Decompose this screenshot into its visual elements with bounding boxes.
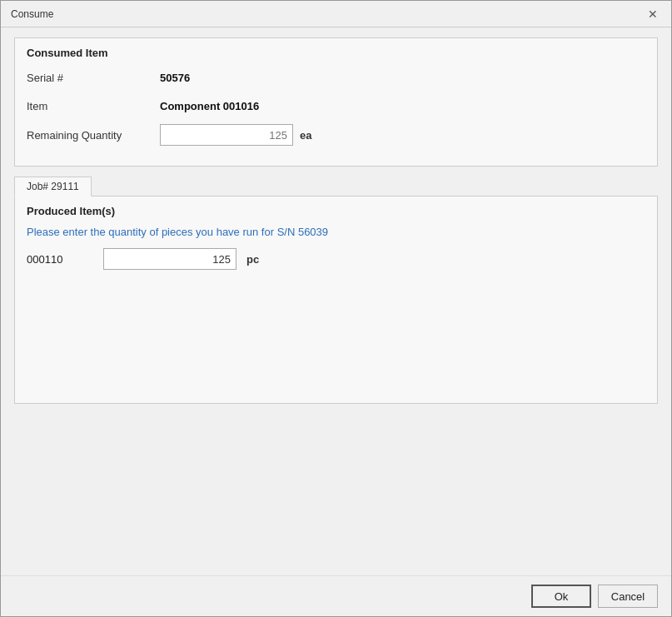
tab-bar: Job# 29111 [14,177,658,197]
remaining-unit: ea [300,129,311,142]
item-row: Item Component 001016 [27,96,645,116]
title-bar: Consume ✕ [1,1,671,27]
serial-row: Serial # 50576 [27,67,645,87]
produced-hint-text: Please enter the quantity of pieces you … [27,226,645,238]
tab-content: Produced Item(s) Please enter the quanti… [14,196,658,404]
close-button[interactable]: ✕ [645,6,661,22]
tabs-area: Job# 29111 Produced Item(s) Please enter… [14,177,658,404]
item-label: Item [27,100,160,112]
remaining-qty-row: Remaining Quantity ea [27,124,645,146]
remaining-qty-label: Remaining Quantity [27,129,160,142]
dialog-footer: Ok Cancel [1,575,671,616]
produced-row: 000110 pc [27,248,645,270]
item-value: Component 001016 [160,100,259,112]
dialog-body: Consumed Item Serial # 50576 Item Compon… [1,27,671,575]
consumed-item-title: Consumed Item [27,47,645,59]
serial-label: Serial # [27,72,160,84]
produced-items-title: Produced Item(s) [27,205,645,217]
produced-item-code: 000110 [27,253,93,266]
consume-dialog: Consume ✕ Consumed Item Serial # 50576 I… [0,0,672,617]
tab-job29111[interactable]: Job# 29111 [14,177,92,197]
remaining-qty-input[interactable] [160,124,293,146]
produced-unit: pc [246,253,259,266]
serial-value: 50576 [160,72,190,84]
cancel-button[interactable]: Cancel [598,585,658,608]
dialog-title: Consume [11,8,53,20]
produced-qty-input[interactable] [103,248,236,270]
consumed-item-section: Consumed Item Serial # 50576 Item Compon… [14,37,658,167]
ok-button[interactable]: Ok [531,585,591,608]
